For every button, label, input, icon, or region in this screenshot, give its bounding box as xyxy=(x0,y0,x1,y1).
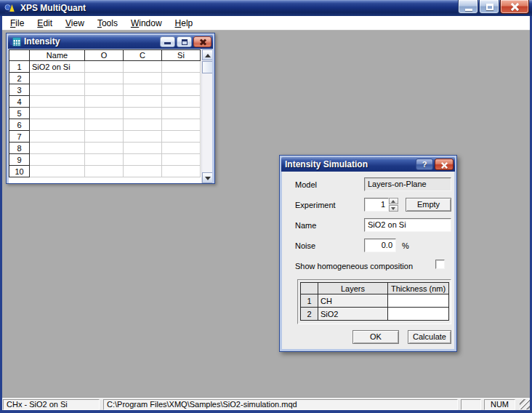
menu-tools[interactable]: Tools xyxy=(91,17,124,30)
intensity-titlebar[interactable]: Intensity xyxy=(8,35,213,49)
cell-name[interactable] xyxy=(30,131,85,143)
cell-name[interactable] xyxy=(30,108,85,119)
close-button[interactable] xyxy=(500,0,529,14)
minimize-button[interactable] xyxy=(458,0,478,14)
menu-window[interactable]: Window xyxy=(124,17,169,30)
layers-table: Layers Thickness (nm) 1 CH 2 SiO2 xyxy=(300,282,449,321)
cell-c[interactable] xyxy=(124,61,162,73)
cell-si[interactable] xyxy=(162,96,201,108)
row-header[interactable]: 10 xyxy=(9,166,30,177)
cell-name[interactable] xyxy=(30,96,85,108)
menu-view[interactable]: View xyxy=(59,17,91,30)
spinner-up-button[interactable] xyxy=(389,198,398,204)
cell-name[interactable] xyxy=(30,143,85,154)
cell-name[interactable] xyxy=(30,166,85,177)
noise-field[interactable]: 0.0 xyxy=(364,238,396,252)
maximize-button[interactable] xyxy=(479,0,499,14)
cell-c[interactable] xyxy=(124,108,162,119)
cell-name[interactable] xyxy=(30,73,85,84)
cell-layer: SiO2 xyxy=(318,308,388,321)
cell-name[interactable] xyxy=(30,119,85,131)
cell-si[interactable] xyxy=(162,84,201,96)
cell-c[interactable] xyxy=(124,166,162,177)
row-header[interactable]: 2 xyxy=(9,73,30,84)
cell-o[interactable] xyxy=(85,61,124,73)
application-window: XPS MultiQuant File Edit View Tools Wind… xyxy=(0,0,532,413)
row-header[interactable]: 8 xyxy=(9,143,30,154)
row-header[interactable]: 1 xyxy=(9,61,30,73)
layers-table-frame: Layers Thickness (nm) 1 CH 2 SiO2 xyxy=(297,279,451,324)
resize-grip[interactable] xyxy=(520,399,530,409)
cell-o[interactable] xyxy=(85,108,124,119)
cell-si[interactable] xyxy=(162,119,201,131)
intensity-minimize-button[interactable] xyxy=(160,36,175,47)
scrollbar-thumb[interactable] xyxy=(202,61,212,73)
cell-c[interactable] xyxy=(124,96,162,108)
menu-file[interactable]: File xyxy=(4,17,31,30)
mdi-client-area: Intensity Name O C Si xyxy=(2,31,530,397)
cell-si[interactable] xyxy=(162,73,201,84)
table-row: 9 xyxy=(9,154,201,166)
cell-c[interactable] xyxy=(124,119,162,131)
cell-o[interactable] xyxy=(85,73,124,84)
scroll-up-button[interactable] xyxy=(202,49,212,60)
cell-si[interactable] xyxy=(162,61,201,73)
homogeneous-checkbox[interactable] xyxy=(435,260,445,269)
column-header-o[interactable]: O xyxy=(85,50,124,61)
cell-o[interactable] xyxy=(85,96,124,108)
cell-si[interactable] xyxy=(162,143,201,154)
column-header-thickness: Thickness (nm) xyxy=(388,283,449,294)
cell-name[interactable]: SiO2 on Si xyxy=(30,61,85,73)
table-row: 1 SiO2 on Si xyxy=(9,61,201,73)
experiment-field[interactable]: 1 xyxy=(364,198,389,212)
row-header[interactable]: 7 xyxy=(9,131,30,143)
cell-si[interactable] xyxy=(162,166,201,177)
cell-si[interactable] xyxy=(162,131,201,143)
cell-si[interactable] xyxy=(162,108,201,119)
menu-edit[interactable]: Edit xyxy=(31,17,59,30)
layers-row: 2 SiO2 xyxy=(301,308,449,321)
intensity-restore-button[interactable] xyxy=(177,36,192,47)
row-header[interactable]: 5 xyxy=(9,108,30,119)
cell-si[interactable] xyxy=(162,154,201,166)
column-header-c[interactable]: C xyxy=(124,50,162,61)
cell-c[interactable] xyxy=(124,154,162,166)
cell-o[interactable] xyxy=(85,143,124,154)
calculate-button[interactable]: Calculate xyxy=(408,330,451,344)
cell-o[interactable] xyxy=(85,84,124,96)
cell-o[interactable] xyxy=(85,154,124,166)
cell-o[interactable] xyxy=(85,166,124,177)
cell-thickness[interactable] xyxy=(388,308,449,321)
intensity-close-button[interactable] xyxy=(193,36,211,47)
name-field[interactable]: SiO2 on Si xyxy=(364,218,451,232)
cell-o[interactable] xyxy=(85,119,124,131)
ok-button[interactable]: OK xyxy=(352,330,399,344)
scroll-down-button[interactable] xyxy=(202,172,212,183)
cell-c[interactable] xyxy=(124,131,162,143)
spinner-down-button[interactable] xyxy=(389,205,398,212)
maximize-icon xyxy=(486,4,493,10)
empty-button[interactable]: Empty xyxy=(406,198,451,212)
cell-c[interactable] xyxy=(124,73,162,84)
dialog-titlebar[interactable]: Intensity Simulation ? xyxy=(281,157,455,172)
row-header[interactable]: 6 xyxy=(9,119,30,131)
cell-c[interactable] xyxy=(124,143,162,154)
column-header-name[interactable]: Name xyxy=(30,50,85,61)
dialog-help-button[interactable]: ? xyxy=(416,159,433,170)
cell-name[interactable] xyxy=(30,154,85,166)
main-titlebar[interactable]: XPS MultiQuant xyxy=(0,0,532,16)
cell-c[interactable] xyxy=(124,84,162,96)
cell-name[interactable] xyxy=(30,84,85,96)
layers-header-row: Layers Thickness (nm) xyxy=(301,283,449,294)
row-header[interactable]: 4 xyxy=(9,96,30,108)
vertical-scrollbar[interactable] xyxy=(201,49,212,183)
dialog-close-button[interactable] xyxy=(435,159,454,170)
column-header-si[interactable]: Si xyxy=(162,50,201,61)
intensity-title: Intensity xyxy=(24,35,60,49)
corner-header-cell[interactable] xyxy=(9,50,30,61)
cell-o[interactable] xyxy=(85,131,124,143)
cell-thickness[interactable] xyxy=(388,294,449,308)
row-header[interactable]: 3 xyxy=(9,84,30,96)
row-header[interactable]: 9 xyxy=(9,154,30,166)
menu-help[interactable]: Help xyxy=(169,17,200,30)
